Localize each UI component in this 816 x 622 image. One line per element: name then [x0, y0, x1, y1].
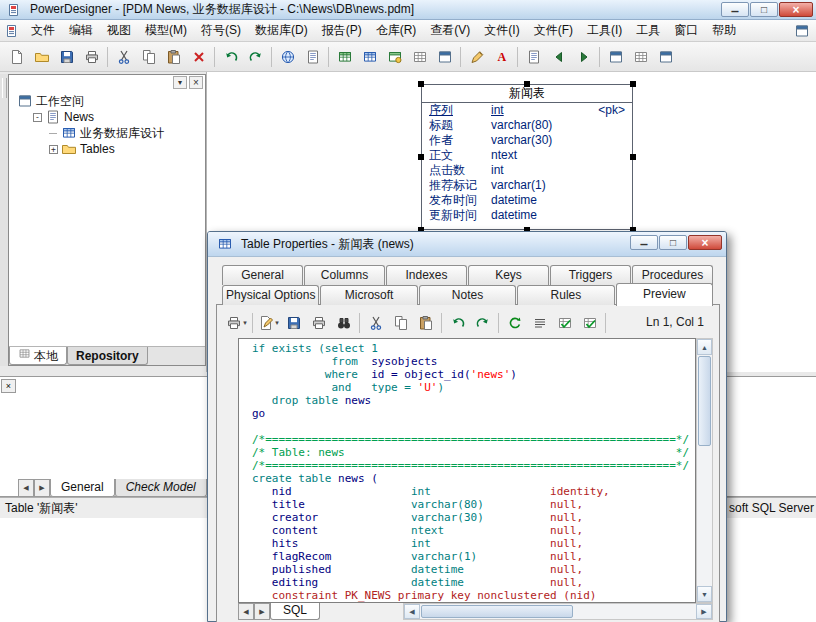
copy-icon[interactable]	[388, 311, 413, 336]
fwd-icon[interactable]	[571, 44, 596, 69]
tab-scroll-right-icon[interactable]	[254, 603, 270, 620]
menu-item-1[interactable]: 编辑	[62, 20, 100, 41]
dialog-tab-physical-options[interactable]: Physical Options	[222, 285, 319, 305]
undo-icon[interactable]	[445, 311, 470, 336]
printer-icon[interactable]	[306, 311, 331, 336]
delete-x-icon[interactable]	[186, 44, 211, 69]
globe-icon[interactable]	[275, 44, 300, 69]
check-grid-icon[interactable]	[552, 311, 577, 336]
table-b-icon[interactable]	[357, 44, 382, 69]
redo-icon[interactable]	[243, 44, 268, 69]
win-icon[interactable]	[603, 44, 628, 69]
dialog-maximize-button[interactable]	[659, 235, 687, 250]
output-tab-1[interactable]: Check Model	[115, 479, 207, 497]
paste-icon[interactable]	[413, 311, 438, 336]
output-tab-scroll-right-icon[interactable]	[34, 479, 50, 497]
table-k-icon[interactable]	[382, 44, 407, 69]
paste-icon[interactable]	[161, 44, 186, 69]
tree-item-0[interactable]: 工作空间	[9, 93, 205, 109]
scroll-left-icon[interactable]	[404, 604, 420, 619]
dialog-tab-notes[interactable]: Notes	[419, 285, 516, 305]
menu-item-0[interactable]: 文件	[24, 20, 62, 41]
copy-icon[interactable]	[136, 44, 161, 69]
menu-item-3[interactable]: 模型(M)	[138, 20, 194, 41]
output-tab-0[interactable]: General	[50, 479, 115, 497]
tree-expander-icon[interactable]: +	[49, 145, 58, 154]
dialog-tab-general[interactable]: General	[222, 265, 303, 285]
page-icon[interactable]	[4, 44, 29, 69]
selection-handle[interactable]	[630, 154, 636, 160]
dialog-tab-rules[interactable]: Rules	[517, 285, 614, 305]
tree-item-2[interactable]: 业务数据库设计	[9, 125, 205, 141]
table-g-icon[interactable]	[332, 44, 357, 69]
scrollbar-thumb[interactable]	[698, 356, 711, 446]
dialog-tab-columns[interactable]: Columns	[304, 265, 385, 285]
selection-handle[interactable]	[418, 81, 424, 87]
window-close-button[interactable]	[779, 2, 813, 17]
scrollbar-thumb[interactable]	[421, 605, 573, 618]
menu-item-11[interactable]: 工具(I)	[580, 20, 629, 41]
output-close-icon[interactable]: ×	[1, 379, 16, 393]
pen-icon[interactable]	[464, 44, 489, 69]
menu-item-13[interactable]: 窗口	[667, 20, 705, 41]
dialog-tab-indexes[interactable]: Indexes	[386, 265, 467, 285]
scroll-up-icon[interactable]	[697, 339, 712, 355]
browser-tab-1[interactable]: Repository	[67, 347, 148, 365]
dialog-tab-preview[interactable]: Preview	[616, 283, 713, 306]
vertical-scrollbar[interactable]	[696, 338, 713, 603]
cut-icon[interactable]	[111, 44, 136, 69]
dialog-tab-keys[interactable]: Keys	[468, 265, 549, 285]
cut-icon[interactable]	[363, 311, 388, 336]
horizontal-scrollbar[interactable]	[403, 603, 713, 620]
dialog-close-button[interactable]	[688, 235, 722, 250]
tree-item-1[interactable]: -News	[9, 109, 205, 125]
selection-handle[interactable]	[418, 154, 424, 160]
folder-icon[interactable]	[29, 44, 54, 69]
table-symbol-news[interactable]: 新闻表 序列int<pk>标题varchar(80)作者varchar(30)正…	[421, 84, 633, 230]
note-icon[interactable]	[521, 44, 546, 69]
redo-icon[interactable]	[470, 311, 495, 336]
refresh-icon[interactable]	[502, 311, 527, 336]
grid-icon[interactable]	[628, 44, 653, 69]
menu-item-9[interactable]: 文件(I)	[477, 20, 526, 41]
binoculars-icon[interactable]	[331, 311, 356, 336]
win-icon[interactable]	[653, 44, 678, 69]
menu-item-12[interactable]: 工具	[629, 20, 667, 41]
menu-item-6[interactable]: 报告(P)	[315, 20, 369, 41]
printer-icon[interactable]: ▾	[224, 311, 249, 336]
undo-icon[interactable]	[218, 44, 243, 69]
menu-item-7[interactable]: 仓库(R)	[369, 20, 424, 41]
menu-item-4[interactable]: 符号(S)	[194, 20, 248, 41]
grid-icon[interactable]	[407, 44, 432, 69]
menu-item-5[interactable]: 数据库(D)	[248, 20, 315, 41]
back-icon[interactable]	[546, 44, 571, 69]
scroll-right-icon[interactable]	[696, 604, 712, 619]
panel-collapse-button[interactable]	[173, 76, 187, 89]
editor-icon[interactable]: ▾	[256, 311, 281, 336]
selection-handle[interactable]	[524, 81, 530, 87]
menu-item-14[interactable]: 帮助	[705, 20, 743, 41]
panel-grip[interactable]	[0, 74, 8, 366]
fontA-icon[interactable]: A	[489, 44, 514, 69]
scroll-down-icon[interactable]	[697, 586, 712, 602]
selection-handle[interactable]	[630, 81, 636, 87]
dialog-tab-microsoft[interactable]: Microsoft	[320, 285, 417, 305]
sql-bottom-tab[interactable]: SQL	[270, 603, 320, 620]
check-grid-icon[interactable]	[577, 311, 602, 336]
menu-item-2[interactable]: 视图	[100, 20, 138, 41]
floppy-icon[interactable]	[281, 311, 306, 336]
menu-item-10[interactable]: 文件(F)	[527, 20, 580, 41]
dialog-titlebar[interactable]: Table Properties - 新闻表 (news)	[208, 232, 726, 257]
menu-item-8[interactable]: 查看(V)	[423, 20, 477, 41]
output-tab-scroll-left-icon[interactable]	[18, 479, 34, 497]
printer-icon[interactable]	[79, 44, 104, 69]
dialog-tab-procedures[interactable]: Procedures	[632, 265, 713, 285]
browser-tab-0[interactable]: 本地	[9, 347, 67, 365]
window-maximize-button[interactable]	[750, 2, 778, 17]
note-icon[interactable]	[300, 44, 325, 69]
panel-close-button[interactable]	[189, 76, 203, 89]
tree-expander-icon[interactable]: -	[33, 113, 42, 122]
dialog-minimize-button[interactable]	[630, 235, 658, 250]
list-icon[interactable]	[527, 311, 552, 336]
tree-item-3[interactable]: +Tables	[9, 141, 205, 157]
